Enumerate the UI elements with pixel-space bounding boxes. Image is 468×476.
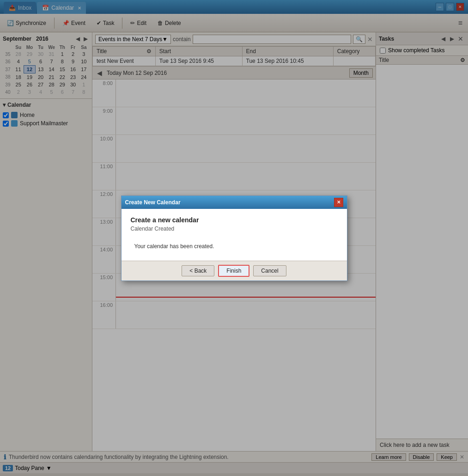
modal-content-text: Your calendar has been created. bbox=[131, 239, 338, 253]
modal-subheading: Calendar Created bbox=[131, 226, 338, 232]
modal-cancel-button[interactable]: Cancel bbox=[253, 265, 286, 276]
modal-heading: Create a new calendar bbox=[131, 216, 338, 224]
modal-close-button[interactable]: ✕ bbox=[334, 198, 343, 207]
modal-back-button[interactable]: < Back bbox=[182, 265, 214, 276]
create-calendar-dialog: Create New Calendar ✕ Create a new calen… bbox=[121, 195, 347, 281]
modal-titlebar: Create New Calendar ✕ bbox=[122, 196, 347, 209]
modal-finish-button[interactable]: Finish bbox=[218, 265, 249, 277]
modal-footer: < Back Finish Cancel bbox=[122, 261, 347, 281]
modal-body: Create a new calendar Calendar Created Y… bbox=[122, 209, 347, 261]
modal-overlay: Create New Calendar ✕ Create a new calen… bbox=[0, 0, 468, 476]
modal-title: Create New Calendar bbox=[125, 199, 181, 206]
